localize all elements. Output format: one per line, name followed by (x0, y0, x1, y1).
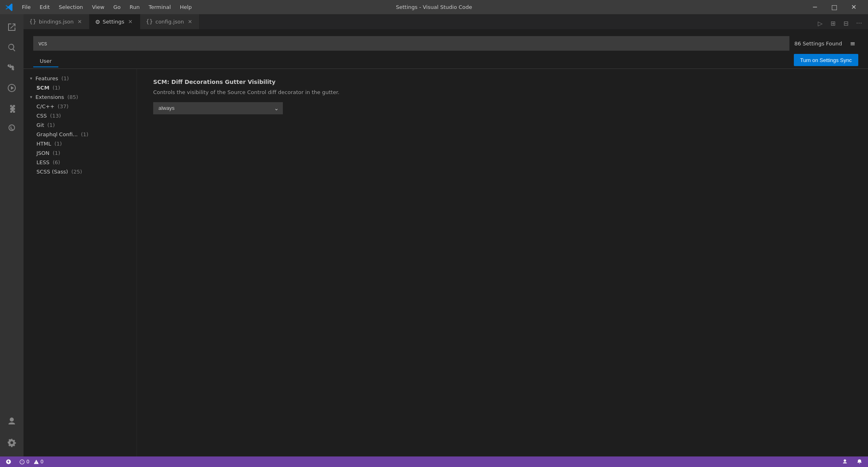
activity-bar (0, 14, 24, 456)
tree-extensions-label: Extensions (36, 94, 64, 100)
split-editor-button[interactable]: ⊟ (840, 18, 852, 29)
tab-config-close[interactable]: ✕ (186, 18, 194, 25)
bell-icon (857, 459, 862, 465)
tree-item-less[interactable]: LESS (6) (24, 158, 137, 167)
window-title: Settings - Visual Studio Code (396, 4, 472, 10)
tree-item-graphql[interactable]: Graphql Confi... (1) (24, 130, 137, 139)
settings-content: 86 Settings Found ≡ User Turn on Setting… (24, 30, 868, 456)
menu-run[interactable]: Run (126, 2, 144, 12)
settings-sidebar: ▾ Features (1) SCM (1) ▾ Extensions (85) (24, 69, 137, 456)
editor-area: {} bindings.json ✕ ⚙ Settings ✕ {} confi… (24, 14, 868, 456)
settings-tab-user[interactable]: User (33, 56, 58, 67)
settings-panel: SCM: Diff Decorations Gutter Visibility … (137, 69, 868, 456)
close-button[interactable]: ✕ (844, 0, 863, 14)
setting-scm-diff-gutter: SCM: Diff Decorations Gutter Visibility … (153, 79, 852, 114)
tab-settings[interactable]: ⚙ Settings ✕ (90, 14, 140, 29)
settings-search-input[interactable] (33, 36, 789, 51)
tree-graphql-label: Graphql Confi... (36, 131, 78, 137)
tab-config-json[interactable]: {} config.json ✕ (140, 14, 200, 29)
settings-found-count: 86 Settings Found (794, 41, 842, 47)
activity-extensions[interactable] (2, 99, 21, 118)
setting-name: Diff Decorations Gutter Visibility (171, 79, 276, 85)
maximize-button[interactable]: □ (825, 0, 844, 14)
tab-bindings-close[interactable]: ✕ (76, 18, 83, 25)
source-control-icon (7, 63, 17, 73)
activity-source-control[interactable] (2, 58, 21, 77)
settings-tabs-row: User Turn on Settings Sync (24, 51, 868, 69)
menu-help[interactable]: Help (176, 2, 196, 12)
activity-account[interactable] (2, 412, 21, 431)
tree-git-label: Git (36, 122, 44, 128)
warning-count: 0 (41, 459, 44, 465)
activity-search[interactable] (2, 38, 21, 57)
tab-actions: ▷ ⊞ ⊟ ··· (811, 18, 868, 29)
gear-icon (7, 438, 17, 448)
account-icon (7, 417, 17, 426)
tree-scss-count: (25) (71, 169, 82, 175)
remote-icon (7, 124, 17, 133)
chevron-down-icon-2: ▾ (30, 94, 32, 100)
tree-item-cpp[interactable]: C/C++ (37) (24, 102, 137, 111)
tree-item-json[interactable]: JSON (1) (24, 148, 137, 158)
search-row: 86 Settings Found ≡ (33, 36, 858, 51)
bindings-json-icon: {} (29, 18, 36, 25)
app-body: {} bindings.json ✕ ⚙ Settings ✕ {} confi… (0, 14, 868, 456)
tree-scm-count: (1) (53, 85, 60, 91)
status-left: 0 0 (3, 456, 46, 467)
config-json-icon: {} (146, 18, 153, 25)
person-icon (842, 459, 848, 465)
setting-dropdown-wrapper: alwayshovernever (153, 102, 283, 114)
tree-features-count: (1) (61, 75, 68, 81)
menu-edit[interactable]: Edit (36, 2, 54, 12)
tree-css-count: (13) (50, 113, 61, 119)
tree-item-git[interactable]: Git (1) (24, 120, 137, 130)
tree-less-label: LESS (36, 159, 49, 165)
activity-settings[interactable] (2, 433, 21, 452)
status-errors[interactable]: 0 0 (17, 456, 46, 467)
menu-terminal[interactable]: Terminal (145, 2, 175, 12)
tree-cpp-label: C/C++ (36, 103, 54, 109)
menu-view[interactable]: View (88, 2, 109, 12)
tab-bindings-json[interactable]: {} bindings.json ✕ (24, 14, 90, 29)
tree-cpp-count: (37) (58, 103, 68, 109)
extensions-icon (7, 103, 17, 113)
svg-point-2 (22, 463, 22, 463)
status-account-button[interactable] (840, 456, 850, 467)
sync-button[interactable]: Turn on Settings Sync (794, 54, 858, 66)
tree-item-css[interactable]: CSS (13) (24, 111, 137, 120)
tree-item-features[interactable]: ▾ Features (1) (24, 74, 137, 83)
tree-item-html[interactable]: HTML (1) (24, 139, 137, 148)
tree-item-extensions[interactable]: ▾ Extensions (85) (24, 92, 137, 102)
activity-remote[interactable] (2, 119, 21, 138)
settings-search-area: 86 Settings Found ≡ (24, 30, 868, 51)
menu-selection[interactable]: Selection (55, 2, 87, 12)
menu-go[interactable]: Go (109, 2, 125, 12)
run-debug-icon (7, 83, 17, 93)
settings-main: ▾ Features (1) SCM (1) ▾ Extensions (85) (24, 69, 868, 456)
tree-graphql-count: (1) (81, 131, 88, 137)
activity-run[interactable] (2, 78, 21, 98)
window-controls: ─ □ ✕ (806, 0, 863, 14)
status-notifications-button[interactable] (854, 456, 865, 467)
tree-item-scm[interactable]: SCM (1) (24, 83, 137, 92)
more-actions-button[interactable]: ··· (853, 18, 865, 29)
tree-item-scss[interactable]: SCSS (Sass) (25) (24, 167, 137, 176)
status-bar: 0 0 (0, 456, 868, 467)
tab-settings-label: Settings (103, 19, 124, 25)
settings-filter-icon[interactable]: ≡ (847, 38, 858, 49)
open-remote-button[interactable]: ⊞ (827, 18, 839, 29)
settings-tab-group: User (33, 56, 58, 67)
activity-explorer[interactable] (2, 17, 21, 37)
status-remote[interactable] (3, 456, 14, 467)
tree-features-label: Features (36, 75, 58, 81)
tab-settings-close[interactable]: ✕ (127, 18, 134, 26)
run-panel-button[interactable]: ▷ (815, 18, 826, 29)
title-bar: File Edit Selection View Go Run Terminal… (0, 0, 868, 14)
setting-dropdown[interactable]: alwayshovernever (153, 102, 283, 114)
status-right (840, 456, 865, 467)
tree-html-count: (1) (54, 141, 62, 147)
activity-bottom (2, 412, 21, 456)
error-count: 0 (26, 459, 30, 465)
menu-file[interactable]: File (18, 2, 35, 12)
minimize-button[interactable]: ─ (806, 0, 824, 14)
